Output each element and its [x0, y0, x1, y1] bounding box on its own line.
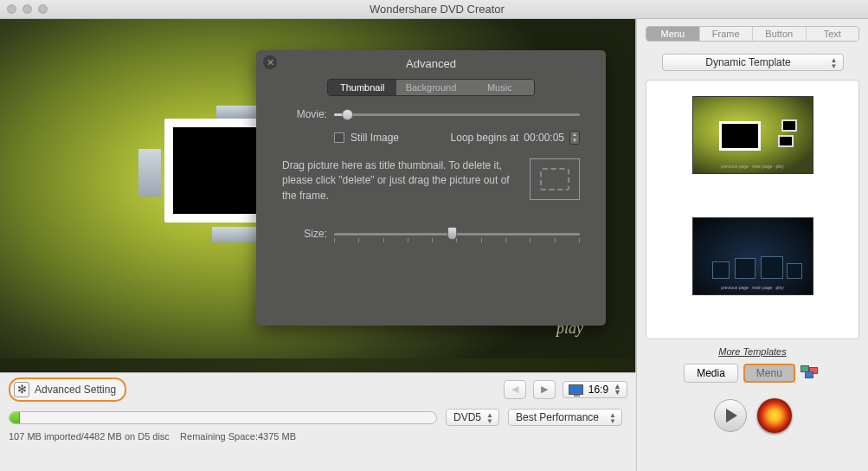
- advanced-setting-label: Advanced Setting: [35, 384, 116, 396]
- disc-status-row: DVD5 Best Performance 107 MB imported/44…: [0, 405, 636, 447]
- size-slider[interactable]: [334, 233, 580, 236]
- media-button[interactable]: Media: [684, 364, 738, 383]
- template-list[interactable]: previous page · main page · play previou…: [646, 80, 859, 339]
- monitor-icon: [569, 384, 583, 395]
- play-preview-button[interactable]: [714, 399, 747, 432]
- tab-music[interactable]: Music: [466, 80, 534, 95]
- advanced-dialog: ✕ Advanced Thumbnail Background Music Mo…: [256, 50, 606, 326]
- storyboard-icon[interactable]: [800, 365, 821, 381]
- quality-select[interactable]: Best Performance: [508, 409, 622, 426]
- disc-status-remaining: Remaining Space:4375 MB: [180, 431, 296, 442]
- disc-type-select[interactable]: DVD5: [446, 409, 499, 426]
- tab-thumbnail[interactable]: Thumbnail: [328, 80, 396, 95]
- close-icon[interactable]: ✕: [263, 55, 277, 69]
- sidebar-tabs: Menu Frame Button Text: [646, 26, 859, 42]
- template-thumbnail[interactable]: previous page · main page · play: [692, 217, 813, 295]
- tab-text[interactable]: Text: [807, 27, 859, 41]
- burn-button[interactable]: [757, 398, 792, 433]
- movie-label: Movie:: [282, 108, 327, 120]
- movie-slider[interactable]: [334, 113, 580, 116]
- preview-area: play ✕ Advanced Thumbnail Background Mus…: [0, 19, 636, 372]
- tab-frame[interactable]: Frame: [700, 27, 754, 41]
- more-templates-link[interactable]: More Templates: [646, 346, 859, 357]
- sidebar: Menu Frame Button Text Dynamic Template …: [636, 19, 868, 471]
- next-button[interactable]: ▶: [533, 380, 556, 399]
- still-image-checkbox[interactable]: Still Image: [334, 132, 399, 144]
- tab-menu[interactable]: Menu: [646, 27, 700, 41]
- still-image-label: Still Image: [350, 132, 399, 144]
- aspect-value: 16:9: [588, 384, 608, 396]
- advanced-title: Advanced: [256, 50, 606, 75]
- loop-value: 00:00:05: [524, 132, 564, 144]
- title-bar: Wondershare DVD Creator: [0, 0, 868, 19]
- template-thumbnail[interactable]: previous page · main page · play: [692, 96, 813, 174]
- aspect-ratio-select[interactable]: 16:9 ▲▼: [563, 381, 627, 398]
- advanced-setting-button[interactable]: ✻ Advanced Setting: [9, 377, 126, 402]
- menu-button[interactable]: Menu: [743, 364, 795, 383]
- tab-button[interactable]: Button: [753, 27, 807, 41]
- prev-button[interactable]: ◀: [504, 380, 526, 399]
- advanced-tabs: Thumbnail Background Music: [327, 79, 535, 96]
- drag-instructions: Drag picture here as title thumbnail. To…: [282, 158, 516, 203]
- size-label: Size:: [282, 228, 327, 240]
- gear-icon: ✻: [14, 382, 29, 397]
- thumbnail-drop-zone[interactable]: [530, 158, 580, 200]
- loop-stepper[interactable]: ▲▼: [569, 131, 580, 145]
- disc-usage-bar: [9, 411, 437, 424]
- tab-background[interactable]: Background: [396, 80, 465, 95]
- template-category-select[interactable]: Dynamic Template: [662, 54, 844, 71]
- disc-status-imported: 107 MB imported/4482 MB on D5 disc: [9, 431, 170, 442]
- loop-label: Loop begins at: [451, 132, 519, 144]
- preview-toolbar: ✻ Advanced Setting ◀ ▶ 16:9 ▲▼: [0, 372, 636, 405]
- window-title: Wondershare DVD Creator: [13, 3, 861, 16]
